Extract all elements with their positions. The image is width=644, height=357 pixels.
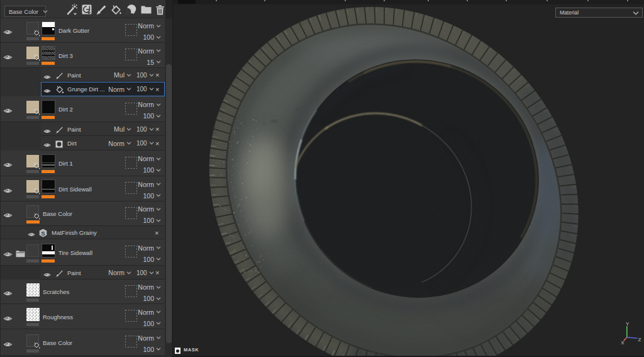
svg-text:X: X xyxy=(621,340,625,345)
svg-text:Z: Z xyxy=(638,337,641,343)
svg-text:S: S xyxy=(41,229,45,236)
svg-text:Y: Y xyxy=(626,321,630,327)
